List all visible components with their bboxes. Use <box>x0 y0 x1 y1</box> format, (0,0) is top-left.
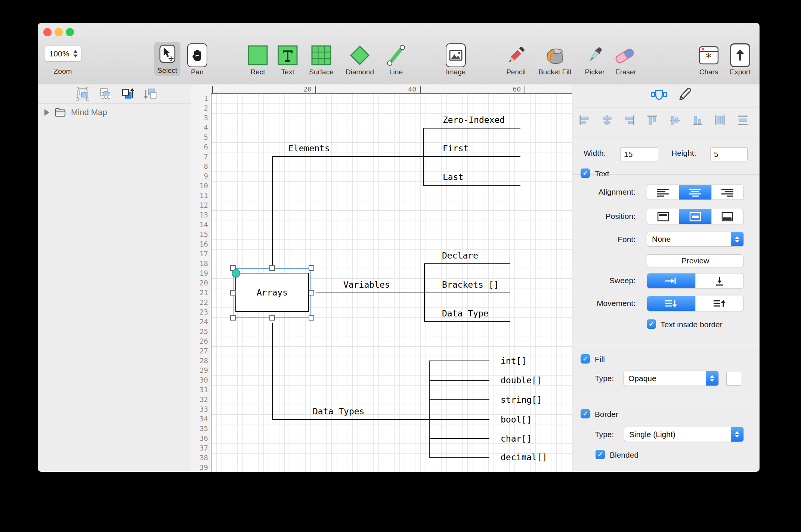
declare-label[interactable]: Declare <box>442 251 478 260</box>
preview-button[interactable]: Preview <box>647 254 744 267</box>
tool-export[interactable]: Export <box>721 43 759 76</box>
fill-type-dropdown[interactable]: Opaque <box>623 371 719 386</box>
align-right-segment[interactable] <box>712 185 743 200</box>
zero-indexed-label[interactable]: Zero-Indexed <box>443 115 505 125</box>
border-type-dropdown[interactable]: Single (Light) <box>624 427 744 442</box>
font-dropdown[interactable]: None <box>647 232 744 247</box>
tool-line[interactable]: Line <box>377 43 415 76</box>
data-types-bracket-line <box>429 361 430 458</box>
sweep-label: Sweep: <box>572 276 635 285</box>
text-alignment-segmented <box>647 185 744 200</box>
movement-up-segment[interactable] <box>696 296 744 311</box>
last-label[interactable]: Last <box>443 172 463 182</box>
movement-down-segment[interactable] <box>647 296 696 311</box>
sweep-horizontal-segment[interactable] <box>647 273 696 288</box>
alignment-label: Alignment: <box>572 188 635 197</box>
tool-eraser[interactable]: Eraser <box>607 43 644 76</box>
tab-object-inspector[interactable] <box>651 87 667 104</box>
data-type-leaf-label[interactable]: decimal[] <box>501 452 547 462</box>
data-type-leaf-label[interactable]: string[] <box>501 395 542 405</box>
bring-forward-icon[interactable] <box>121 87 135 102</box>
align-center-h-icon[interactable] <box>601 115 613 127</box>
selection-handle-top-center[interactable] <box>269 265 275 271</box>
data-type-leaf-label[interactable]: bool[] <box>501 415 532 424</box>
fill-color-swatch[interactable] <box>726 372 741 386</box>
tool-bucket-fill[interactable]: Bucket Fill <box>536 43 573 76</box>
border-type-stepper <box>731 427 743 442</box>
first-label[interactable]: First <box>443 143 468 153</box>
selection-handle-mid-right[interactable] <box>309 290 314 296</box>
data-type-leaf-label[interactable]: char[] <box>501 434 532 443</box>
selection-handle-bottom-right[interactable] <box>309 315 314 321</box>
tool-text-label: Text <box>281 68 294 76</box>
blended-checkbox[interactable]: ✓ <box>596 450 605 459</box>
zoom-stepper-arrows[interactable] <box>73 50 78 58</box>
selection-handle-bottom-left[interactable] <box>230 315 236 321</box>
position-middle-segment[interactable] <box>679 209 711 224</box>
layer-item-mind-map[interactable]: Mind Map <box>44 108 107 117</box>
align-center-v-icon[interactable] <box>669 115 680 127</box>
minimize-button[interactable] <box>55 28 63 36</box>
root-top-trunk-line <box>272 156 273 267</box>
data-type-label[interactable]: Data Type <box>442 309 489 318</box>
position-top-segment[interactable] <box>647 209 679 224</box>
width-input[interactable]: 15 <box>620 147 658 161</box>
group-selection-icon[interactable] <box>75 87 90 102</box>
text-inside-border-checkbox[interactable]: ✓ <box>647 319 656 329</box>
data-type-leaf-line <box>429 380 489 381</box>
data-type-leaf-label[interactable]: double[] <box>501 375 542 385</box>
divider <box>572 400 760 400</box>
distribute-v-icon[interactable] <box>737 115 748 127</box>
elements-label[interactable]: Elements <box>288 143 330 153</box>
border-checkbox[interactable]: ✓ <box>581 409 590 418</box>
tool-select[interactable]: Select <box>154 42 180 76</box>
tool-pan[interactable]: Pan <box>179 43 216 76</box>
rect-shape-icon <box>248 43 268 67</box>
position-bottom-segment[interactable] <box>712 209 743 224</box>
image-icon <box>446 43 466 67</box>
close-button[interactable] <box>43 28 52 36</box>
pan-hand-icon <box>187 43 207 67</box>
selection-handle-mid-left[interactable] <box>230 290 236 296</box>
align-left-icon[interactable] <box>579 115 590 127</box>
canvas-area[interactable]: 204060 123456789101112131415161718192021… <box>191 84 572 472</box>
tool-picker-label: Picker <box>585 68 605 76</box>
tool-surface[interactable]: Surface <box>303 43 340 76</box>
data-types-label[interactable]: Data Types <box>313 406 364 416</box>
send-backward-icon[interactable] <box>143 87 157 102</box>
height-label: Height: <box>671 149 696 158</box>
selection-handle-top-right[interactable] <box>309 265 314 271</box>
distribute-h-icon[interactable] <box>714 115 726 127</box>
selection-handle-bottom-center[interactable] <box>269 315 275 321</box>
zoom-window-button[interactable] <box>66 28 74 36</box>
brackets-label[interactable]: Brackets [] <box>442 280 499 290</box>
tool-pencil[interactable]: Pencil <box>497 43 535 76</box>
rotate-handle[interactable] <box>232 269 240 278</box>
disclosure-triangle-icon[interactable] <box>44 109 49 116</box>
tool-diamond[interactable]: Diamond <box>341 43 378 76</box>
align-right-icon[interactable] <box>624 115 635 127</box>
variables-label[interactable]: Variables <box>343 280 390 290</box>
fill-section-label: Fill <box>595 355 605 364</box>
tool-select-label: Select <box>158 66 177 75</box>
tool-image[interactable]: Image <box>437 43 474 76</box>
fill-checkbox[interactable]: ✓ <box>581 354 590 364</box>
tool-text[interactable]: Text <box>269 43 306 76</box>
tool-surface-label: Surface <box>309 68 333 76</box>
align-center-segment[interactable] <box>679 185 711 200</box>
sweep-vertical-segment[interactable] <box>696 273 744 288</box>
align-bottom-icon[interactable] <box>692 115 703 127</box>
tool-image-label: Image <box>446 68 466 76</box>
root-node-arrays[interactable]: Arrays <box>235 273 309 312</box>
ungroup-selection-icon[interactable] <box>98 87 112 102</box>
text-checkbox[interactable]: ✓ <box>581 168 590 178</box>
align-top-icon[interactable] <box>647 115 658 127</box>
declare-line <box>424 263 510 264</box>
height-input[interactable]: 5 <box>710 147 748 161</box>
data-type-leaf-label[interactable]: int[] <box>501 356 526 366</box>
tab-style-inspector[interactable] <box>678 87 694 104</box>
text-section-label: Text <box>595 169 609 178</box>
zero-indexed-line <box>423 128 520 129</box>
zoom-stepper[interactable]: 100% <box>45 46 81 62</box>
align-left-segment[interactable] <box>647 185 679 200</box>
